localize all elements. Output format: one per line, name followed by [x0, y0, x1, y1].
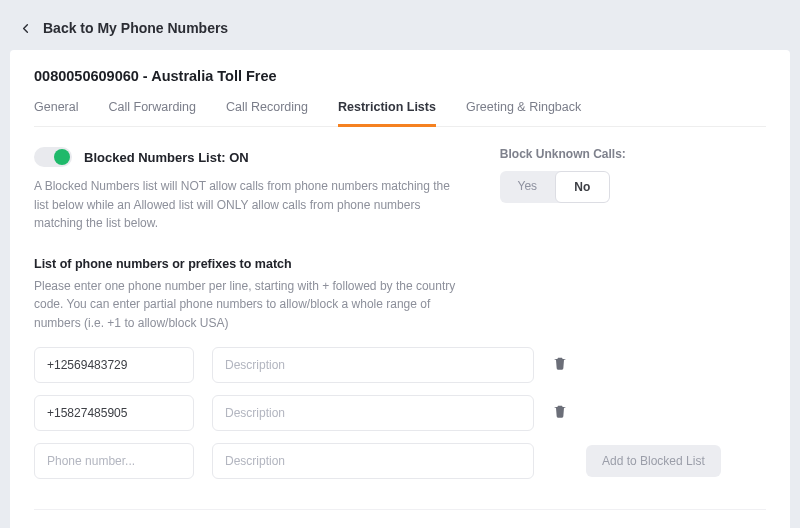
phone-number-input[interactable]: [34, 443, 194, 479]
delete-row-button[interactable]: [552, 355, 568, 374]
description-input[interactable]: [212, 347, 534, 383]
blocked-number-row: [34, 395, 766, 431]
toggle-knob-icon: [54, 149, 70, 165]
blocked-list-description: A Blocked Numbers list will NOT allow ca…: [34, 177, 460, 233]
delete-row-button[interactable]: [552, 403, 568, 422]
blocked-number-new-row: Add to Blocked List: [34, 443, 766, 479]
block-unknown-yes[interactable]: Yes: [500, 171, 555, 203]
tab-general[interactable]: General: [34, 100, 78, 126]
blocked-list-toggle[interactable]: [34, 147, 72, 167]
tab-greeting-ringback[interactable]: Greeting & Ringback: [466, 100, 581, 126]
block-unknown-no[interactable]: No: [555, 171, 610, 203]
tabs: General Call Forwarding Call Recording R…: [34, 100, 766, 127]
settings-card: 0080050609060 - Australia Toll Free Gene…: [10, 50, 790, 528]
numbers-list-description: Please enter one phone number per line, …: [34, 277, 460, 333]
add-to-blocked-button[interactable]: Add to Blocked List: [586, 445, 721, 477]
block-unknown-segmented: Yes No: [500, 171, 610, 203]
phone-number-input[interactable]: [34, 395, 194, 431]
section-divider: [34, 509, 766, 510]
phone-number-input[interactable]: [34, 347, 194, 383]
numbers-list-heading: List of phone numbers or prefixes to mat…: [34, 257, 460, 271]
blocked-number-row: [34, 347, 766, 383]
description-input[interactable]: [212, 395, 534, 431]
back-link[interactable]: Back to My Phone Numbers: [10, 10, 790, 50]
blocked-list-heading: Blocked Numbers List: ON: [84, 150, 249, 165]
tab-call-recording[interactable]: Call Recording: [226, 100, 308, 126]
page-title: 0080050609060 - Australia Toll Free: [34, 68, 766, 100]
tab-call-forwarding[interactable]: Call Forwarding: [108, 100, 196, 126]
back-label: Back to My Phone Numbers: [43, 20, 228, 36]
block-unknown-label: Block Unknown Calls:: [500, 147, 766, 161]
description-input[interactable]: [212, 443, 534, 479]
tab-restriction-lists[interactable]: Restriction Lists: [338, 100, 436, 127]
arrow-left-icon: [18, 21, 33, 36]
